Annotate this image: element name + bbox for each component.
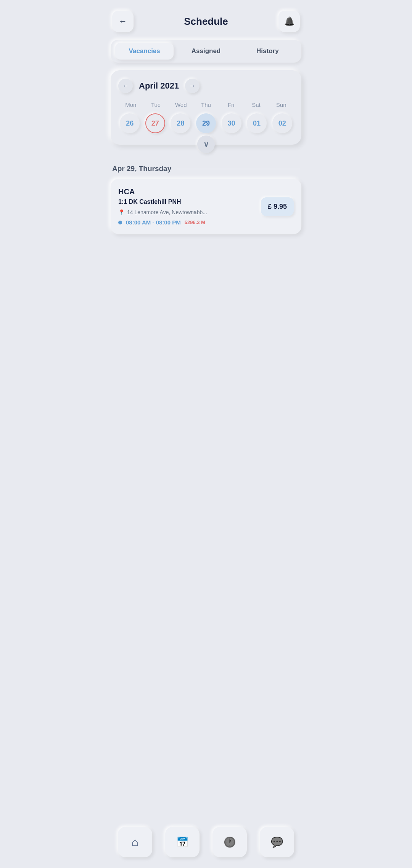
date-02[interactable]: 02 — [272, 113, 292, 133]
day-label-fri: Fri — [219, 102, 244, 108]
prev-month-icon: ← — [122, 82, 129, 89]
shift-time-row: 08:00 AM - 08:00 PM 5296.3 M — [118, 219, 261, 226]
shift-card[interactable]: HCA 1:1 DK Castlehill PNH 📍 14 Lenamore … — [111, 179, 301, 234]
day-label-sun: Sun — [269, 102, 294, 108]
shift-time-value: 08:00 AM - 08:00 PM — [126, 219, 181, 226]
day-label-sat: Sat — [244, 102, 269, 108]
date-29[interactable]: 29 — [196, 113, 216, 133]
day-label-wed: Wed — [168, 102, 193, 108]
back-button[interactable] — [112, 11, 134, 32]
tab-bar: Vacancies Assigned History — [111, 40, 301, 63]
calendar-month-year: April 2021 — [139, 81, 179, 91]
date-section: Apr 29, Thursday — [112, 165, 300, 173]
expand-calendar-button[interactable] — [197, 136, 215, 153]
calendar-prev-button[interactable]: ← — [118, 79, 133, 93]
selected-date-label: Apr 29, Thursday — [112, 165, 171, 173]
shift-org: HCA — [118, 187, 261, 196]
location-icon: 📍 — [118, 209, 125, 215]
calendar-next-button[interactable]: → — [185, 79, 200, 93]
tab-history[interactable]: History — [238, 43, 297, 60]
shift-address: 14 Lenamore Ave, Newtownabb... — [127, 209, 207, 215]
shift-price-badge: £ 9.95 — [261, 197, 294, 216]
notification-button[interactable] — [278, 11, 300, 32]
calendar-card: ← April 2021 → Mon Tue Wed Thu Fri Sat S… — [111, 70, 301, 145]
day-label-tue: Tue — [143, 102, 169, 108]
calendar-dates: 26 27 28 29 30 01 02 — [118, 113, 294, 133]
shift-role: 1:1 DK Castlehill PNH — [118, 198, 261, 205]
shift-info: HCA 1:1 DK Castlehill PNH 📍 14 Lenamore … — [118, 187, 261, 226]
date-01[interactable]: 01 — [247, 113, 267, 133]
tab-assigned[interactable]: Assigned — [177, 43, 235, 60]
header: Schedule — [103, 0, 309, 40]
back-icon — [119, 16, 127, 26]
bell-icon — [284, 16, 295, 26]
section-divider — [177, 169, 300, 169]
tab-vacancies[interactable]: Vacancies — [115, 43, 174, 60]
date-27[interactable]: 27 — [145, 113, 165, 133]
calendar-header: ← April 2021 → — [118, 79, 294, 93]
day-label-thu: Thu — [193, 102, 219, 108]
shift-distance: 5296.3 M — [185, 219, 205, 225]
page-title: Schedule — [184, 16, 228, 27]
shift-location: 📍 14 Lenamore Ave, Newtownabb... — [118, 209, 261, 215]
calendar-days-header: Mon Tue Wed Thu Fri Sat Sun — [118, 102, 294, 108]
chevron-down-icon — [203, 140, 209, 149]
date-26[interactable]: 26 — [120, 113, 140, 133]
date-30[interactable]: 30 — [222, 113, 241, 133]
time-dot-icon — [118, 221, 122, 224]
next-month-icon: → — [189, 82, 195, 89]
date-28[interactable]: 28 — [171, 113, 190, 133]
day-label-mon: Mon — [118, 102, 143, 108]
